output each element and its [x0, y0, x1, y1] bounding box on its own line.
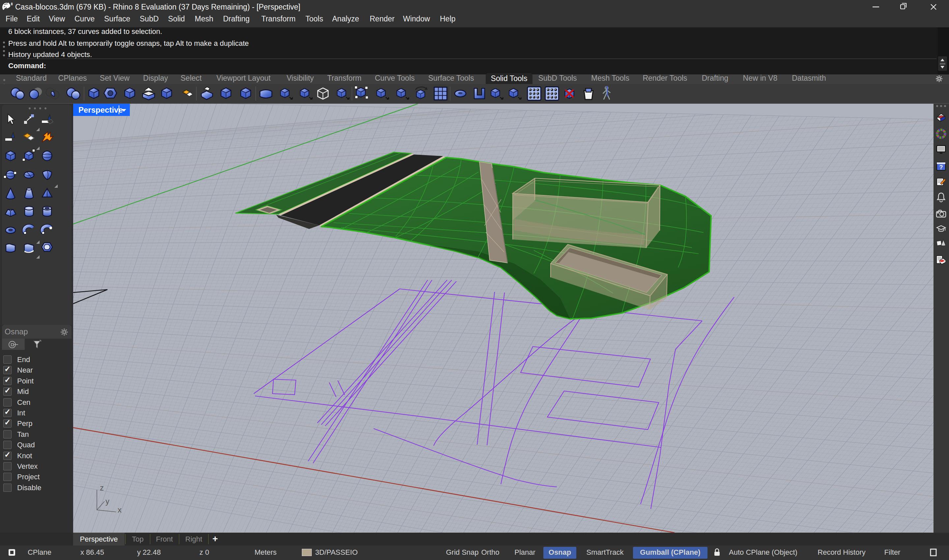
svg-text:x: x: [118, 505, 122, 514]
svg-text:?: ?: [940, 164, 943, 171]
svg-text:8: 8: [11, 2, 13, 6]
svg-text:y: y: [105, 497, 109, 506]
svg-text:z: z: [100, 483, 104, 492]
